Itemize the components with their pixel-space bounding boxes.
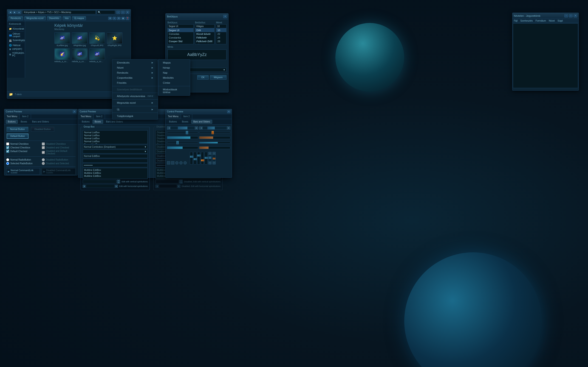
radio-selected[interactable]: Selected RadioButton bbox=[6, 162, 40, 165]
style-item-0[interactable]: Dőlt bbox=[195, 28, 214, 32]
scroll-left-btn1[interactable]: ◀ bbox=[167, 127, 170, 129]
vslider-5[interactable] bbox=[205, 152, 208, 165]
thumbnail-5[interactable]: 🌌 nebula_a_comfort_... bbox=[72, 48, 87, 63]
megosztás-button[interactable]: Megosztás ezzel bbox=[24, 16, 45, 20]
edit-normal2[interactable] bbox=[83, 159, 148, 163]
checkbox-normal-input[interactable] bbox=[6, 142, 9, 145]
size-item-0[interactable]: 10 bbox=[216, 28, 226, 32]
edit-normal[interactable] bbox=[83, 154, 148, 158]
cp-left-tab-1[interactable]: Item 2 bbox=[20, 114, 31, 119]
edit-password[interactable] bbox=[83, 163, 148, 167]
spin-v[interactable] bbox=[83, 180, 116, 184]
vslider-thumb-2[interactable] bbox=[194, 158, 197, 160]
notepad-maximize[interactable]: □ bbox=[569, 14, 573, 17]
cp-right-tab-0[interactable]: Test Menu bbox=[166, 114, 181, 119]
vslider-thumb-5[interactable] bbox=[205, 157, 208, 159]
font-item-3[interactable]: Cooper Std bbox=[168, 40, 193, 43]
cp-mid-subtab-boxes[interactable]: Boxes bbox=[93, 120, 103, 124]
vscroll-thumb-2[interactable] bbox=[213, 158, 216, 160]
radio-normal-input[interactable] bbox=[6, 158, 9, 161]
size-item-4[interactable]: 32 bbox=[216, 43, 226, 44]
view-icon4[interactable]: ▦ bbox=[121, 17, 125, 20]
size-item-2[interactable]: 24 bbox=[216, 36, 226, 40]
cp-right-tab-1[interactable]: Item 2 bbox=[181, 114, 192, 119]
checkbox-checked-input[interactable] bbox=[6, 146, 9, 149]
checkbox-checked[interactable]: Checked Checkbox bbox=[6, 146, 40, 149]
cp-left-subtab-buttons[interactable]: Buttons bbox=[6, 120, 18, 124]
cp-mid-subtab-bars[interactable]: Bars and Sliders bbox=[104, 120, 125, 124]
radio-selected-input[interactable] bbox=[6, 162, 9, 165]
multiline-edit[interactable]: Multiline EditBox Multiline EditBox Mult… bbox=[83, 168, 148, 179]
checkbox-default-input[interactable] bbox=[6, 150, 9, 153]
commandlink-normal[interactable]: ▶ Normal CommandLink Subtitle bbox=[6, 168, 40, 175]
size-item-1[interactable]: 22 bbox=[216, 32, 226, 36]
address-bar[interactable]: Könyvtárak > Képes > TVS > SC2 > Misctem… bbox=[22, 10, 96, 14]
sidebar-item-home-group[interactable]: 👥 Otthoni csoport bbox=[8, 32, 24, 38]
view-icon1[interactable]: ⊞ bbox=[108, 17, 112, 20]
ctx-megosztás[interactable]: Megosztás ezzel ▶ bbox=[112, 100, 158, 105]
small-ctrl-5[interactable] bbox=[183, 161, 187, 165]
scroll-right-btn2[interactable]: ▶ bbox=[227, 127, 230, 129]
vscroll-up-1[interactable]: ▲ bbox=[208, 152, 211, 155]
sub-mappa[interactable]: Mappa bbox=[158, 60, 190, 65]
sub-cimke[interactable]: Címke bbox=[158, 80, 190, 85]
cp-left-subtab-boxes[interactable]: Boxes bbox=[19, 120, 29, 124]
ctx-visszavonás[interactable]: Áthelyezés visszavonása Ctrl+Z bbox=[112, 94, 158, 99]
sidebar-item-libraries[interactable]: 📁 Könyvtárak bbox=[8, 27, 24, 31]
maximize-button[interactable]: □ bbox=[121, 11, 125, 14]
vslider-thumb-4[interactable] bbox=[201, 159, 204, 161]
view-icon3[interactable]: ⊟ bbox=[117, 17, 121, 20]
radio-normal[interactable]: Normal RadioButton bbox=[6, 158, 40, 161]
droplist-normal[interactable]: ▼ bbox=[83, 150, 148, 153]
notepad-textarea[interactable] bbox=[513, 24, 578, 88]
font-name-list[interactable]: Segoe UI Consolas Constantia Cooper Std … bbox=[167, 28, 194, 44]
listbox-normal[interactable]: Normal ListBox Normal ListBox Normal Lis… bbox=[83, 130, 148, 144]
cp-right-subtab-bars[interactable]: Bars and Sliders bbox=[191, 120, 212, 124]
vscroll-thumb-1[interactable] bbox=[208, 156, 211, 159]
view-icon5[interactable]: ❓ bbox=[126, 17, 129, 20]
vslider-3[interactable] bbox=[197, 152, 200, 165]
cp-mid-subtab-buttons[interactable]: Buttons bbox=[80, 120, 92, 124]
scrollbar-thumb1[interactable] bbox=[178, 127, 187, 129]
spin-up[interactable]: ▲ bbox=[117, 180, 120, 181]
cancel-button[interactable]: Mégsem bbox=[210, 75, 226, 80]
menu-súgó[interactable]: Súgó bbox=[557, 19, 563, 22]
cp-right-subtab-boxes[interactable]: Boxes bbox=[180, 120, 190, 124]
font-size-input[interactable] bbox=[216, 24, 226, 28]
slider-thumb-3[interactable] bbox=[176, 141, 179, 144]
small-ctrl-2[interactable] bbox=[171, 161, 174, 165]
vscroll-down-2[interactable]: ▼ bbox=[213, 161, 216, 164]
menu-szerkesztés[interactable]: Szerkesztés bbox=[520, 19, 533, 22]
ok-button[interactable]: OK bbox=[197, 75, 208, 80]
vslider-thumb-1[interactable] bbox=[190, 156, 193, 158]
notepad-editor[interactable] bbox=[513, 23, 578, 88]
vscroll-down-1[interactable]: ▼ bbox=[208, 161, 211, 164]
új-mappa-button[interactable]: Új mappa bbox=[72, 16, 86, 20]
checkbox-normal[interactable]: Normal Checkbox bbox=[6, 142, 40, 145]
thumbnail-1[interactable]: 🌌 0RightBot.jpg bbox=[72, 32, 87, 47]
vslider-4[interactable] bbox=[201, 152, 204, 165]
slider-thumb-2[interactable] bbox=[212, 131, 214, 134]
nav-up-button[interactable]: ▲ bbox=[17, 11, 21, 14]
view-icon2[interactable]: ≡ bbox=[112, 17, 116, 20]
thumbnail-6[interactable]: 🌌 nebula_a_comfort_... bbox=[89, 48, 105, 63]
cp-left-subtab-bars[interactable]: Bars and Sliders bbox=[30, 120, 51, 124]
sub-módosítások[interactable]: Módosítások törlése bbox=[158, 87, 190, 95]
spin-right[interactable]: ▶ bbox=[115, 185, 118, 188]
ctx-csoportosítás[interactable]: Csoportosítás ▶ bbox=[112, 75, 158, 80]
menu-nézet[interactable]: Nézet bbox=[549, 19, 555, 22]
spin-left[interactable]: ◀ bbox=[83, 185, 86, 188]
cp-right-subtab-buttons[interactable]: Buttons bbox=[167, 120, 179, 124]
thumbnail-4[interactable]: 🌠 nebula_a_comfort_... bbox=[54, 48, 70, 63]
ctx-nézet[interactable]: Nézet ▶ bbox=[112, 65, 158, 70]
style-item-2[interactable]: Félkövér bbox=[195, 36, 214, 40]
cp-mid-tab-0[interactable]: Test Menu bbox=[78, 114, 94, 119]
sub-hónap[interactable]: hónap bbox=[158, 65, 190, 70]
diavetítés-button[interactable]: Diavetítés bbox=[47, 16, 61, 20]
sub-minősítés[interactable]: Minősítés bbox=[158, 75, 190, 80]
combo-normal[interactable]: Normal Combobox (Dropdown) ▼ bbox=[83, 145, 148, 149]
thumbnail-3[interactable]: ⭐ 0TopRight.JPG bbox=[107, 32, 122, 47]
cp-left-close[interactable]: ✕ bbox=[73, 110, 76, 113]
scrollbar-h-1[interactable]: ◀ ▶ bbox=[167, 126, 198, 130]
font-dialog-close[interactable]: ✕ bbox=[223, 15, 227, 18]
